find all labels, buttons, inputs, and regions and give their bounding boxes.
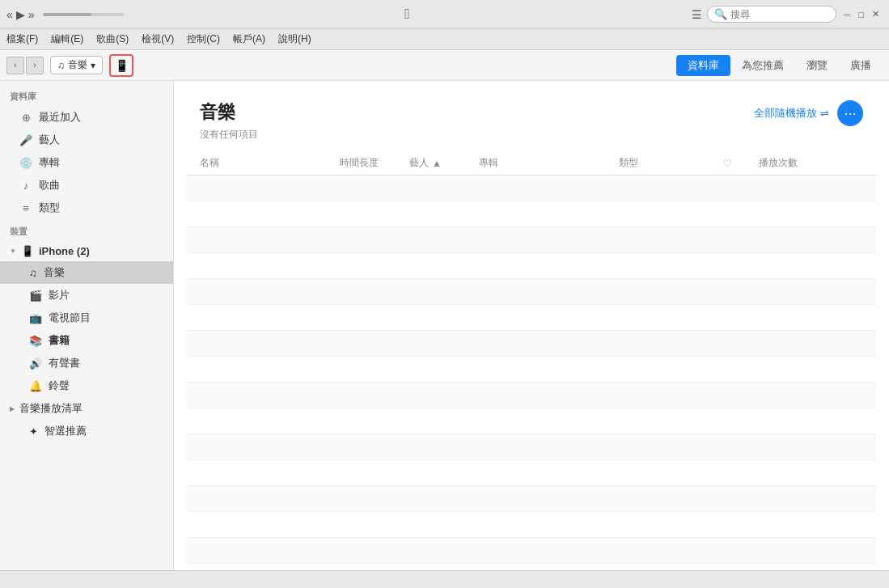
sidebar-library-section: 資料庫 xyxy=(0,84,173,106)
table-row xyxy=(187,176,876,201)
toolbar: ‹ › ♫ 音樂 ▾ 📱 資料庫 為您推薦 瀏覽 廣播 xyxy=(0,50,889,81)
menu-edit[interactable]: 編輯(E) xyxy=(51,32,83,46)
sidebar-item-ringtones[interactable]: 🔔 鈴聲 xyxy=(0,374,173,397)
table-row xyxy=(187,408,876,434)
title-bar-center:  xyxy=(404,6,410,23)
genius-icon: ✦ xyxy=(29,425,38,438)
table-row xyxy=(187,538,876,564)
table-row xyxy=(187,357,876,383)
sidebar-device-label: iPhone (2) xyxy=(39,245,90,257)
device-icon-button[interactable]: 📱 xyxy=(109,54,133,77)
table-header: 名稱 時間長度 藝人 ▲ 專輯 類型 ♡ 播放次數 xyxy=(187,151,876,176)
genres-icon: ≡ xyxy=(19,202,32,214)
table-row xyxy=(187,201,876,227)
sidebar-item-audiobooks-label: 有聲書 xyxy=(49,356,80,370)
menu-file[interactable]: 檔案(F) xyxy=(6,32,38,46)
sidebar-device-iphone[interactable]: ▼ 📱 iPhone (2) xyxy=(0,241,173,261)
sidebar-item-movies[interactable]: 🎬 影片 xyxy=(0,284,173,307)
menu-help[interactable]: 說明(H) xyxy=(278,32,311,46)
menu-control[interactable]: 控制(C) xyxy=(187,32,220,46)
sidebar-item-audiobooks[interactable]: 🔊 有聲書 xyxy=(0,352,173,374)
sidebar-item-genius-label: 智選推薦 xyxy=(44,424,87,438)
progress-bar[interactable] xyxy=(43,13,124,16)
category-dropdown[interactable]: ♫ 音樂 ▾ xyxy=(50,56,103,74)
sidebar-item-genius[interactable]: ✦ 智選推薦 xyxy=(0,420,173,442)
shuffle-button[interactable]: 全部隨機播放 ⇌ xyxy=(754,106,829,121)
phone-icon: 📱 xyxy=(115,59,129,72)
nav-buttons: ‹ › xyxy=(6,57,44,74)
title-bar-right: ☰ 🔍 ─ □ ✕ xyxy=(692,6,883,23)
rewind-button[interactable]: « xyxy=(6,8,13,21)
fastforward-button[interactable]: » xyxy=(28,8,35,21)
triangle-icon: ▼ xyxy=(10,247,16,255)
col-plays: 播放次數 xyxy=(759,156,863,170)
music-icon: ♫ xyxy=(29,267,37,279)
maximize-button[interactable]: □ xyxy=(855,8,867,21)
tab-library[interactable]: 資料庫 xyxy=(676,55,730,76)
sidebar-item-music-label: 音樂 xyxy=(44,265,65,280)
window-controls: ─ □ ✕ xyxy=(841,7,883,21)
progress-bar-fill xyxy=(43,13,91,16)
menu-view[interactable]: 檢視(V) xyxy=(142,32,174,46)
col-artist: 藝人 ▲ xyxy=(409,156,479,170)
table-row xyxy=(187,383,876,408)
menu-bar: 檔案(F) 編輯(E) 歌曲(S) 檢視(V) 控制(C) 帳戶(A) 說明(H… xyxy=(0,29,889,50)
sidebar-item-ringtones-label: 鈴聲 xyxy=(49,379,70,393)
shuffle-label: 全部隨機播放 xyxy=(754,106,817,121)
title-bar-left: « ▶ » xyxy=(6,8,124,21)
chevron-down-icon: ▾ xyxy=(91,60,95,71)
sidebar: 資料庫 ⊕ 最近加入 🎤 藝人 💿 專輯 ♪ 歌曲 ≡ 類型 裝置 ▼ 📱 iP… xyxy=(0,81,174,570)
table-row xyxy=(187,279,876,305)
col-album: 專輯 xyxy=(479,156,619,170)
tab-radio[interactable]: 廣播 xyxy=(839,55,883,76)
sidebar-item-tvshows[interactable]: 📺 電視節目 xyxy=(0,307,173,329)
audiobooks-icon: 🔊 xyxy=(29,357,42,370)
nav-back-button[interactable]: ‹ xyxy=(6,57,24,74)
col-name: 名稱 xyxy=(200,156,340,170)
tvshows-icon: 📺 xyxy=(29,312,42,324)
table-row xyxy=(187,331,876,357)
sidebar-item-books-label: 書籍 xyxy=(49,333,70,348)
menu-song[interactable]: 歌曲(S) xyxy=(96,32,129,46)
category-label: 音樂 xyxy=(68,58,87,72)
table-row xyxy=(187,434,876,460)
table-row xyxy=(187,460,876,486)
tab-recommended[interactable]: 為您推薦 xyxy=(730,55,795,76)
sidebar-item-songs[interactable]: ♪ 歌曲 xyxy=(0,174,173,197)
sidebar-item-artists-label: 藝人 xyxy=(39,133,60,147)
sidebar-playlist-label: 音樂播放清單 xyxy=(19,401,83,416)
sidebar-item-albums[interactable]: 💿 專輯 xyxy=(0,151,173,174)
minimize-button[interactable]: ─ xyxy=(841,8,854,21)
close-button[interactable]: ✕ xyxy=(869,7,883,21)
search-box[interactable]: 🔍 xyxy=(707,6,836,23)
sidebar-item-books[interactable]: 📚 書籍 xyxy=(0,329,173,352)
movies-icon: 🎬 xyxy=(29,290,42,302)
list-icon[interactable]: ☰ xyxy=(692,8,702,21)
sidebar-item-genres[interactable]: ≡ 類型 xyxy=(0,197,173,219)
play-button[interactable]: ▶ xyxy=(16,8,25,21)
content-title-group: 音樂 沒有任何項目 xyxy=(200,100,258,142)
more-icon: ··· xyxy=(844,105,856,122)
sidebar-playlist-section[interactable]: ▶ 音樂播放清單 xyxy=(0,397,173,420)
category-icon: ♫ xyxy=(57,60,65,71)
table-row xyxy=(187,305,876,331)
sidebar-item-artists[interactable]: 🎤 藝人 xyxy=(0,129,173,151)
status-bar xyxy=(0,570,889,588)
nav-forward-button[interactable]: › xyxy=(26,57,44,74)
search-input[interactable] xyxy=(730,9,828,20)
content-area: 音樂 沒有任何項目 全部隨機播放 ⇌ ··· 名稱 時間長度 藝人 ▲ xyxy=(174,81,889,570)
title-bar: « ▶ »  ☰ 🔍 ─ □ ✕ xyxy=(0,0,889,29)
menu-account[interactable]: 帳戶(A) xyxy=(233,32,265,46)
sidebar-item-recent[interactable]: ⊕ 最近加入 xyxy=(0,106,173,129)
content-subtitle: 沒有任何項目 xyxy=(200,128,258,142)
sidebar-item-music[interactable]: ♫ 音樂 xyxy=(0,261,173,284)
col-duration: 時間長度 xyxy=(340,156,409,170)
sort-icon: ▲ xyxy=(432,158,442,169)
tab-browse[interactable]: 瀏覽 xyxy=(795,55,839,76)
sidebar-devices-section: 裝置 xyxy=(0,219,173,241)
table-row xyxy=(187,227,876,253)
more-button[interactable]: ··· xyxy=(837,100,863,126)
sidebar-item-genres-label: 類型 xyxy=(39,201,60,215)
sidebar-item-recent-label: 最近加入 xyxy=(39,110,81,125)
table-row xyxy=(187,253,876,279)
